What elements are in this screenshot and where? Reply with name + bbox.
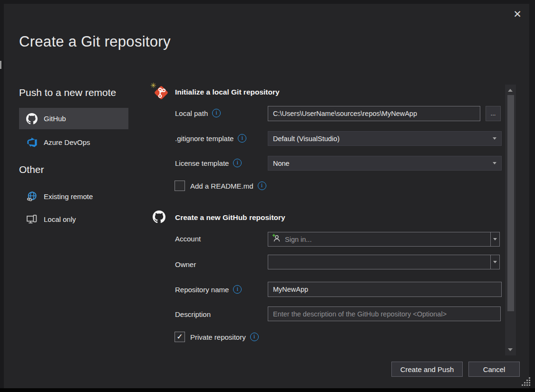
window-edge-left: [0, 0, 4, 389]
repository-name-label: Repository name i: [175, 285, 242, 294]
scrollbar-thumb[interactable]: [507, 95, 514, 311]
account-combo-body[interactable]: Sign in...: [268, 232, 490, 246]
sidebar-item-label: Azure DevOps: [44, 138, 90, 146]
owner-combo-body[interactable]: [268, 255, 490, 269]
private-repository-checkbox[interactable]: ✓: [175, 332, 185, 342]
github-icon: [153, 210, 165, 225]
git-logo-icon: ✳: [152, 84, 170, 102]
dialog-title: Create a Git repository: [19, 33, 171, 50]
sidebar-item-label: GitHub: [44, 115, 66, 123]
gitignore-label-text: .gitignore template: [175, 134, 233, 143]
sidebar-item-local-only[interactable]: Local only: [19, 211, 128, 227]
scrollbar-down-arrow[interactable]: [508, 348, 513, 351]
account-combo[interactable]: Sign in...: [268, 232, 500, 247]
close-icon[interactable]: ✕: [510, 7, 525, 22]
sidebar-item-label: Existing remote: [44, 192, 93, 201]
readme-label-text: Add a README.md: [190, 182, 253, 190]
gitignore-dropdown[interactable]: Default (VisualStudio): [268, 131, 502, 146]
account-combo-dropdown-button[interactable]: [490, 232, 499, 246]
local-path-label-text: Local path: [175, 109, 208, 117]
local-path-input[interactable]: [268, 106, 480, 121]
info-icon[interactable]: i: [212, 109, 221, 117]
description-input[interactable]: [268, 306, 501, 321]
globe-remote-icon: [26, 191, 38, 202]
license-dropdown-value: None: [273, 160, 290, 167]
chevron-down-icon: [493, 238, 497, 240]
scrollbar-up-arrow[interactable]: [508, 89, 513, 92]
chevron-down-icon: [493, 261, 497, 263]
readme-label: Add a README.md i: [190, 182, 266, 190]
window-edge-bottom: [0, 388, 535, 392]
gitignore-dropdown-value: Default (VisualStudio): [273, 135, 340, 143]
sidebar-item-azure-devops[interactable]: Azure DevOps: [19, 134, 128, 150]
owner-label-text: Owner: [175, 260, 196, 268]
sidebar-heading-other: Other: [19, 164, 44, 175]
window-edge-right: [529, 0, 535, 389]
new-sparkle-icon: ✳: [150, 81, 156, 90]
license-label-text: License template: [175, 159, 229, 167]
description-label: Description: [175, 310, 211, 318]
account-combo-placeholder: Sign in...: [285, 236, 311, 243]
chevron-down-icon: [493, 162, 496, 164]
background-window-artifact: [0, 61, 1, 69]
resize-grip[interactable]: [522, 377, 531, 388]
info-icon[interactable]: i: [233, 159, 242, 167]
owner-combo-dropdown-button[interactable]: [490, 255, 499, 269]
repository-name-label-text: Repository name: [175, 286, 229, 294]
owner-label: Owner: [175, 260, 196, 268]
github-icon: [26, 113, 38, 124]
window-edge-top: [0, 0, 535, 4]
monitor-icon: [26, 213, 38, 225]
cancel-button[interactable]: Cancel: [468, 362, 520, 377]
info-icon[interactable]: i: [238, 134, 246, 143]
private-repository-label-text: Private repository: [190, 333, 246, 341]
browse-button[interactable]: ...: [486, 106, 501, 121]
private-repository-label: Private repository i: [190, 333, 259, 341]
account-label: Account: [175, 235, 201, 243]
info-icon[interactable]: i: [258, 182, 266, 190]
repository-name-input[interactable]: [268, 282, 502, 297]
create-and-push-button[interactable]: Create and Push: [391, 362, 463, 377]
license-dropdown[interactable]: None: [268, 156, 502, 171]
sidebar-item-github[interactable]: GitHub: [19, 108, 128, 129]
sidebar-item-existing-remote[interactable]: Existing remote: [19, 189, 128, 204]
create-git-repository-dialog: Create a Git repository ✕ Push to a new …: [0, 0, 535, 392]
init-section-heading: Initialize a local Git repository: [175, 88, 280, 96]
azure-devops-icon: [26, 136, 38, 148]
local-path-label: Local path i: [175, 109, 221, 117]
license-label: License template i: [175, 159, 242, 167]
github-section-heading: Create a new GitHub repository: [175, 213, 285, 222]
sidebar-item-label: Local only: [44, 215, 76, 223]
sign-in-user-icon: [272, 234, 281, 245]
gitignore-label: .gitignore template i: [175, 134, 246, 143]
description-label-text: Description: [175, 310, 211, 318]
owner-combo[interactable]: [268, 255, 500, 269]
info-icon[interactable]: i: [233, 285, 242, 294]
account-label-text: Account: [175, 235, 201, 243]
readme-checkbox[interactable]: [175, 181, 185, 191]
info-icon[interactable]: i: [250, 333, 259, 341]
chevron-down-icon: [493, 137, 496, 140]
sidebar-heading-push-remote: Push to a new remote: [19, 87, 116, 98]
